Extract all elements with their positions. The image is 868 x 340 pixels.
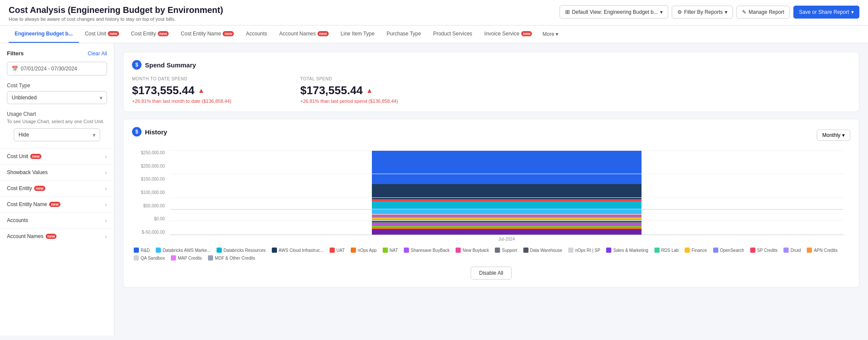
tab-purchase-type[interactable]: Purchase Type <box>381 25 427 43</box>
cost-type-select[interactable]: Unblended Blended <box>7 91 107 104</box>
legend-color-dot <box>171 255 176 261</box>
y-label-0: $0.00 <box>154 216 165 221</box>
sidebar-item-showback-values[interactable]: Showback Values › <box>0 164 114 180</box>
legend-item[interactable]: nOps App <box>351 248 377 253</box>
date-range-filter[interactable]: 📅 07/01/2024 - 07/30/2024 <box>7 62 107 76</box>
manage-report-button[interactable]: ✎ Manage Report <box>736 6 790 19</box>
bar-seg-purple-dark <box>372 229 641 235</box>
month-to-date-value: $173,555.44 <box>132 84 195 97</box>
legend-item[interactable]: Druid <box>783 248 801 253</box>
total-spend-period: TOTAL SPEND <box>300 76 451 81</box>
tab-cost-entity[interactable]: Cost Entity new <box>125 25 175 43</box>
hide-select-wrap: Hide Show ▾ <box>14 128 100 141</box>
grid-icon: ⊞ <box>565 9 570 15</box>
chevron-down-icon-3: ▾ <box>851 9 854 15</box>
tab-engineering-budget-label: Engineering Budget b... <box>15 31 73 37</box>
legend-item[interactable]: Sharesave BuyBack <box>404 248 450 253</box>
bar-container <box>170 150 843 235</box>
legend-item[interactable]: UAT <box>330 248 345 253</box>
hide-select[interactable]: Hide Show <box>14 128 100 141</box>
legend-label: MAP Credits <box>178 256 202 261</box>
sidebar-item-account-names[interactable]: Account Names new › <box>0 228 114 244</box>
legend-item[interactable]: APN Credits <box>807 248 837 253</box>
legend-item[interactable]: Databricks AWS Marke... <box>156 248 211 253</box>
header-left: Cost Analysis (Engineering Budget by Env… <box>9 5 223 22</box>
manage-report-label: Manage Report <box>748 9 784 15</box>
legend-color-dot <box>750 248 755 253</box>
legend-item[interactable]: MAP Credits <box>171 255 202 261</box>
legend-item[interactable]: SP Credits <box>750 248 778 253</box>
sidebar-account-names-name: Account Names new <box>7 233 57 239</box>
legend-item[interactable]: Databricks Resources <box>217 248 266 253</box>
legend-item[interactable]: QA Sandbox <box>134 255 165 261</box>
legend-label: Support <box>502 248 517 253</box>
legend-label: MDF & Other Credits <box>215 256 255 261</box>
legend-item[interactable]: AWS Cloud Infrastruc... <box>272 248 324 253</box>
cost-entity-name-label: Cost Entity Name <box>7 201 47 207</box>
monthly-button[interactable]: Monthly ▾ <box>817 130 850 141</box>
spend-summary-card: $ Spend Summary MONTH TO DATE SPEND $173… <box>123 52 859 112</box>
tab-account-names-badge: new <box>318 31 329 36</box>
sidebar-accounts-name: Accounts <box>7 217 28 223</box>
save-share-button[interactable]: Save or Share Report ▾ <box>793 6 859 19</box>
sidebar-cost-entity-name-label: Cost Entity Name new <box>7 201 60 207</box>
legend-item[interactable]: OpenSearch <box>713 248 744 253</box>
spend-summary-label: Spend Summary <box>145 61 196 69</box>
tab-line-item-type[interactable]: Line Item Type <box>335 25 381 43</box>
legend-color-dot <box>383 248 388 253</box>
tab-cost-unit-label: Cost Unit <box>85 31 106 37</box>
sidebar-clear-button[interactable]: Clear All <box>88 51 107 57</box>
tab-invoice-service[interactable]: Invoice Service new <box>478 25 538 43</box>
y-label-150k: $150,000.00 <box>141 177 165 181</box>
legend-item[interactable]: R&D <box>134 248 150 253</box>
filter-by-reports-button[interactable]: ⚙ Filter By Reports ▾ <box>672 6 733 19</box>
legend-item[interactable]: MDF & Other Credits <box>208 255 255 261</box>
tab-cost-unit[interactable]: Cost Unit new <box>79 25 125 43</box>
tab-account-names[interactable]: Account Names new <box>273 25 334 43</box>
legend-item[interactable]: nOps RI | SP <box>568 248 600 253</box>
legend-color-dot <box>456 248 461 253</box>
sidebar-item-cost-entity-name[interactable]: Cost Entity Name new › <box>0 196 114 212</box>
tab-engineering-budget[interactable]: Engineering Budget b... <box>9 25 79 43</box>
sidebar-item-cost-unit[interactable]: Cost Unit new › <box>0 148 114 164</box>
legend-item[interactable]: RDS Lab <box>654 248 679 253</box>
disable-all-button[interactable]: Disable All <box>471 267 511 280</box>
legend-color-dot <box>713 248 718 253</box>
legend-color-dot <box>783 248 789 253</box>
tab-accounts[interactable]: Accounts <box>240 25 273 43</box>
usage-chart-label: Usage Chart <box>7 111 107 117</box>
save-share-label: Save or Share Report <box>799 9 849 15</box>
tab-more[interactable]: More ▾ <box>538 26 562 42</box>
legend-item[interactable]: NAT <box>383 248 398 253</box>
account-names-badge: new <box>46 234 57 239</box>
tab-cost-entity-badge: new <box>158 31 169 36</box>
total-spend-value: $173,555.44 <box>300 84 363 97</box>
tab-accounts-label: Accounts <box>246 31 267 37</box>
tab-cost-entity-label: Cost Entity <box>131 31 156 37</box>
sidebar-item-cost-entity[interactable]: Cost Entity new › <box>0 180 114 196</box>
default-view-button[interactable]: ⊞ Default View: Engineering Budget b... … <box>560 5 668 19</box>
sidebar-item-accounts[interactable]: Accounts › <box>0 212 114 228</box>
edit-icon: ✎ <box>742 9 746 15</box>
dollar-icon-2: $ <box>132 127 142 137</box>
month-to-date-change: +26.81% than last month to date ($136,85… <box>132 99 283 104</box>
history-card: $ History Monthly ▾ $250,000.00 $200,000… <box>123 119 859 288</box>
chevron-right-icon-2: › <box>105 169 107 176</box>
legend-item[interactable]: Data Warehouse <box>523 248 563 253</box>
legend-item[interactable]: Sales & Marketing <box>606 248 648 253</box>
legend-item[interactable]: Support <box>495 248 517 253</box>
legend-color-dot <box>606 248 611 253</box>
total-spend-amount: $173,555.44 ▲ <box>300 84 451 97</box>
legend-item[interactable]: New Buyback <box>456 248 489 253</box>
tab-product-services[interactable]: Product Services <box>427 25 478 43</box>
legend-item[interactable]: Finance <box>685 248 707 253</box>
legend-color-dot <box>523 248 528 253</box>
tab-account-names-label: Account Names <box>279 31 316 37</box>
account-names-label: Account Names <box>7 233 44 239</box>
legend-label: Databricks AWS Marke... <box>163 248 211 253</box>
chevron-down-icon: ▾ <box>660 9 663 15</box>
history-header: $ History Monthly ▾ <box>132 127 850 143</box>
filter-by-reports-label: Filter By Reports <box>684 9 723 15</box>
legend-color-dot <box>568 248 573 253</box>
tab-cost-entity-name[interactable]: Cost Entity Name new <box>175 25 240 43</box>
